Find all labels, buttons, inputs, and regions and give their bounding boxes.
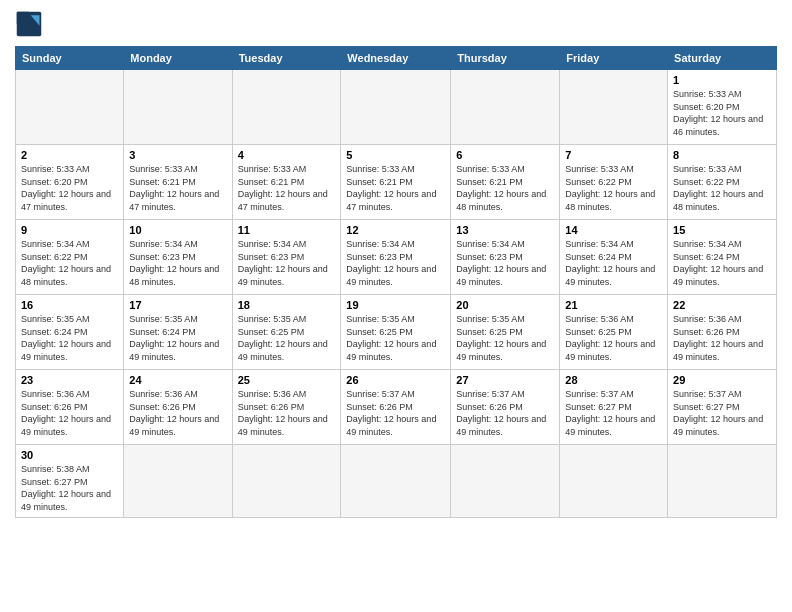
calendar-day-cell: 8 Sunrise: 5:33 AM Sunset: 6:22 PM Dayli… bbox=[668, 145, 777, 220]
day-info: Sunrise: 5:33 AM Sunset: 6:22 PM Dayligh… bbox=[673, 163, 771, 213]
page: SundayMondayTuesdayWednesdayThursdayFrid… bbox=[0, 0, 792, 612]
day-info: Sunrise: 5:35 AM Sunset: 6:24 PM Dayligh… bbox=[129, 313, 226, 363]
calendar-day-cell: 28 Sunrise: 5:37 AM Sunset: 6:27 PM Dayl… bbox=[560, 370, 668, 445]
day-info: Sunrise: 5:35 AM Sunset: 6:24 PM Dayligh… bbox=[21, 313, 118, 363]
day-info: Sunrise: 5:37 AM Sunset: 6:26 PM Dayligh… bbox=[346, 388, 445, 438]
calendar-day-cell: 4 Sunrise: 5:33 AM Sunset: 6:21 PM Dayli… bbox=[232, 145, 341, 220]
calendar-day-cell: 22 Sunrise: 5:36 AM Sunset: 6:26 PM Dayl… bbox=[668, 295, 777, 370]
day-info: Sunrise: 5:38 AM Sunset: 6:27 PM Dayligh… bbox=[21, 463, 118, 513]
calendar-day-cell bbox=[232, 70, 341, 145]
day-info: Sunrise: 5:35 AM Sunset: 6:25 PM Dayligh… bbox=[456, 313, 554, 363]
day-number: 6 bbox=[456, 149, 554, 161]
calendar-day-cell: 1 Sunrise: 5:33 AM Sunset: 6:20 PM Dayli… bbox=[668, 70, 777, 145]
calendar-week-row: 23 Sunrise: 5:36 AM Sunset: 6:26 PM Dayl… bbox=[16, 370, 777, 445]
calendar-day-cell: 5 Sunrise: 5:33 AM Sunset: 6:21 PM Dayli… bbox=[341, 145, 451, 220]
day-number: 3 bbox=[129, 149, 226, 161]
day-info: Sunrise: 5:37 AM Sunset: 6:27 PM Dayligh… bbox=[673, 388, 771, 438]
day-number: 16 bbox=[21, 299, 118, 311]
day-info: Sunrise: 5:34 AM Sunset: 6:23 PM Dayligh… bbox=[346, 238, 445, 288]
calendar-day-cell: 25 Sunrise: 5:36 AM Sunset: 6:26 PM Dayl… bbox=[232, 370, 341, 445]
calendar-day-cell: 30 Sunrise: 5:38 AM Sunset: 6:27 PM Dayl… bbox=[16, 445, 124, 518]
day-info: Sunrise: 5:34 AM Sunset: 6:24 PM Dayligh… bbox=[565, 238, 662, 288]
weekday-header: Thursday bbox=[451, 47, 560, 70]
calendar-day-cell bbox=[341, 70, 451, 145]
day-number: 15 bbox=[673, 224, 771, 236]
calendar-day-cell: 11 Sunrise: 5:34 AM Sunset: 6:23 PM Dayl… bbox=[232, 220, 341, 295]
day-number: 28 bbox=[565, 374, 662, 386]
weekday-header: Wednesday bbox=[341, 47, 451, 70]
calendar-header-row: SundayMondayTuesdayWednesdayThursdayFrid… bbox=[16, 47, 777, 70]
calendar-day-cell: 18 Sunrise: 5:35 AM Sunset: 6:25 PM Dayl… bbox=[232, 295, 341, 370]
calendar-week-row: 9 Sunrise: 5:34 AM Sunset: 6:22 PM Dayli… bbox=[16, 220, 777, 295]
logo-icon bbox=[15, 10, 43, 38]
day-number: 14 bbox=[565, 224, 662, 236]
day-info: Sunrise: 5:33 AM Sunset: 6:22 PM Dayligh… bbox=[565, 163, 662, 213]
logo bbox=[15, 10, 47, 38]
weekday-header: Sunday bbox=[16, 47, 124, 70]
calendar-day-cell: 15 Sunrise: 5:34 AM Sunset: 6:24 PM Dayl… bbox=[668, 220, 777, 295]
calendar-day-cell: 21 Sunrise: 5:36 AM Sunset: 6:25 PM Dayl… bbox=[560, 295, 668, 370]
day-number: 7 bbox=[565, 149, 662, 161]
day-number: 11 bbox=[238, 224, 336, 236]
calendar-day-cell: 9 Sunrise: 5:34 AM Sunset: 6:22 PM Dayli… bbox=[16, 220, 124, 295]
day-number: 2 bbox=[21, 149, 118, 161]
day-number: 13 bbox=[456, 224, 554, 236]
day-info: Sunrise: 5:34 AM Sunset: 6:24 PM Dayligh… bbox=[673, 238, 771, 288]
svg-rect-2 bbox=[17, 12, 29, 24]
calendar-day-cell bbox=[341, 445, 451, 518]
day-number: 8 bbox=[673, 149, 771, 161]
calendar-day-cell: 6 Sunrise: 5:33 AM Sunset: 6:21 PM Dayli… bbox=[451, 145, 560, 220]
day-number: 17 bbox=[129, 299, 226, 311]
day-number: 29 bbox=[673, 374, 771, 386]
calendar-week-row: 1 Sunrise: 5:33 AM Sunset: 6:20 PM Dayli… bbox=[16, 70, 777, 145]
calendar-day-cell: 29 Sunrise: 5:37 AM Sunset: 6:27 PM Dayl… bbox=[668, 370, 777, 445]
day-info: Sunrise: 5:36 AM Sunset: 6:26 PM Dayligh… bbox=[673, 313, 771, 363]
calendar-day-cell: 24 Sunrise: 5:36 AM Sunset: 6:26 PM Dayl… bbox=[124, 370, 232, 445]
calendar-day-cell bbox=[668, 445, 777, 518]
calendar: SundayMondayTuesdayWednesdayThursdayFrid… bbox=[15, 46, 777, 518]
day-info: Sunrise: 5:33 AM Sunset: 6:21 PM Dayligh… bbox=[456, 163, 554, 213]
calendar-day-cell: 16 Sunrise: 5:35 AM Sunset: 6:24 PM Dayl… bbox=[16, 295, 124, 370]
day-info: Sunrise: 5:37 AM Sunset: 6:26 PM Dayligh… bbox=[456, 388, 554, 438]
day-number: 1 bbox=[673, 74, 771, 86]
day-number: 26 bbox=[346, 374, 445, 386]
day-number: 19 bbox=[346, 299, 445, 311]
day-number: 25 bbox=[238, 374, 336, 386]
day-number: 21 bbox=[565, 299, 662, 311]
day-info: Sunrise: 5:36 AM Sunset: 6:26 PM Dayligh… bbox=[129, 388, 226, 438]
day-number: 22 bbox=[673, 299, 771, 311]
calendar-day-cell: 10 Sunrise: 5:34 AM Sunset: 6:23 PM Dayl… bbox=[124, 220, 232, 295]
calendar-week-row: 16 Sunrise: 5:35 AM Sunset: 6:24 PM Dayl… bbox=[16, 295, 777, 370]
calendar-day-cell: 14 Sunrise: 5:34 AM Sunset: 6:24 PM Dayl… bbox=[560, 220, 668, 295]
calendar-day-cell: 2 Sunrise: 5:33 AM Sunset: 6:20 PM Dayli… bbox=[16, 145, 124, 220]
day-info: Sunrise: 5:35 AM Sunset: 6:25 PM Dayligh… bbox=[238, 313, 336, 363]
calendar-day-cell bbox=[560, 70, 668, 145]
calendar-day-cell: 7 Sunrise: 5:33 AM Sunset: 6:22 PM Dayli… bbox=[560, 145, 668, 220]
day-number: 27 bbox=[456, 374, 554, 386]
day-info: Sunrise: 5:34 AM Sunset: 6:23 PM Dayligh… bbox=[456, 238, 554, 288]
day-info: Sunrise: 5:36 AM Sunset: 6:25 PM Dayligh… bbox=[565, 313, 662, 363]
calendar-day-cell: 12 Sunrise: 5:34 AM Sunset: 6:23 PM Dayl… bbox=[341, 220, 451, 295]
day-number: 10 bbox=[129, 224, 226, 236]
day-number: 9 bbox=[21, 224, 118, 236]
weekday-header: Saturday bbox=[668, 47, 777, 70]
calendar-week-row: 30 Sunrise: 5:38 AM Sunset: 6:27 PM Dayl… bbox=[16, 445, 777, 518]
calendar-day-cell: 19 Sunrise: 5:35 AM Sunset: 6:25 PM Dayl… bbox=[341, 295, 451, 370]
day-info: Sunrise: 5:34 AM Sunset: 6:23 PM Dayligh… bbox=[238, 238, 336, 288]
calendar-day-cell: 27 Sunrise: 5:37 AM Sunset: 6:26 PM Dayl… bbox=[451, 370, 560, 445]
day-number: 24 bbox=[129, 374, 226, 386]
calendar-day-cell bbox=[16, 70, 124, 145]
calendar-day-cell bbox=[232, 445, 341, 518]
weekday-header: Monday bbox=[124, 47, 232, 70]
day-number: 5 bbox=[346, 149, 445, 161]
weekday-header: Tuesday bbox=[232, 47, 341, 70]
day-info: Sunrise: 5:33 AM Sunset: 6:21 PM Dayligh… bbox=[346, 163, 445, 213]
day-number: 30 bbox=[21, 449, 118, 461]
day-number: 20 bbox=[456, 299, 554, 311]
day-info: Sunrise: 5:37 AM Sunset: 6:27 PM Dayligh… bbox=[565, 388, 662, 438]
calendar-day-cell: 23 Sunrise: 5:36 AM Sunset: 6:26 PM Dayl… bbox=[16, 370, 124, 445]
calendar-day-cell bbox=[560, 445, 668, 518]
calendar-day-cell bbox=[451, 445, 560, 518]
day-info: Sunrise: 5:33 AM Sunset: 6:20 PM Dayligh… bbox=[673, 88, 771, 138]
calendar-day-cell: 20 Sunrise: 5:35 AM Sunset: 6:25 PM Dayl… bbox=[451, 295, 560, 370]
